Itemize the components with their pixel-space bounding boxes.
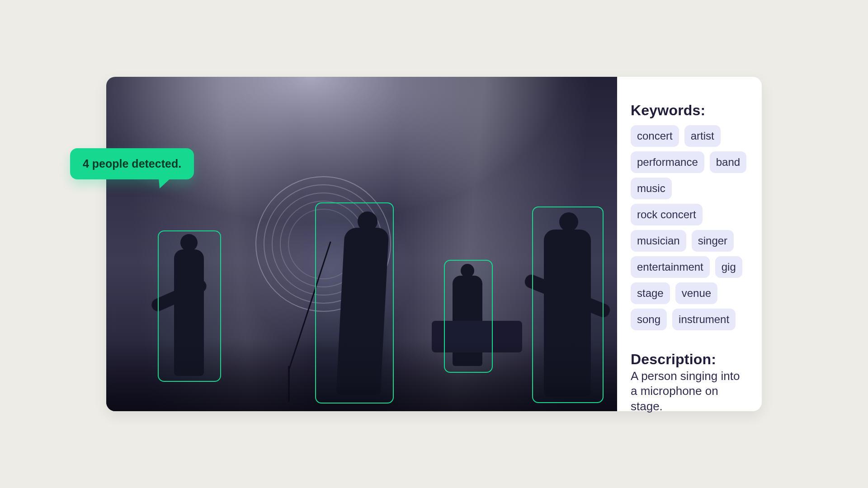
keyword-tag[interactable]: music xyxy=(631,178,672,199)
detection-box-1[interactable] xyxy=(158,230,221,382)
info-pane: Keywords: concert artist performance ban… xyxy=(617,77,762,411)
keyword-tag[interactable]: instrument xyxy=(672,309,736,330)
image-pane xyxy=(106,77,617,411)
keyword-tag[interactable]: band xyxy=(710,151,746,173)
keyword-tag[interactable]: entertainment xyxy=(631,256,710,278)
keyword-tag[interactable]: artist xyxy=(684,125,721,147)
description-text: A person singing into a microphone on st… xyxy=(631,369,744,414)
detection-box-2[interactable] xyxy=(315,202,394,404)
detection-box-3[interactable] xyxy=(444,260,493,373)
detection-box-4[interactable] xyxy=(532,206,604,403)
keywords-heading: Keywords: xyxy=(631,102,748,119)
keyword-tag[interactable]: venue xyxy=(675,282,717,304)
detection-callout-text: 4 people detected. xyxy=(83,157,181,170)
keyword-tag[interactable]: musician xyxy=(631,230,686,252)
keyword-tag[interactable]: gig xyxy=(715,256,742,278)
keyword-tag-list: concert artist performance band music ro… xyxy=(631,125,748,330)
keyword-tag[interactable]: stage xyxy=(631,282,670,304)
keyword-tag[interactable]: song xyxy=(631,309,667,330)
analysis-card: 4 people detected. Keywords: concert art… xyxy=(106,77,762,411)
keyword-tag[interactable]: singer xyxy=(692,230,734,252)
description-heading: Description: xyxy=(631,351,748,368)
keyword-tag[interactable]: performance xyxy=(631,151,704,173)
keyword-tag[interactable]: rock concert xyxy=(631,204,703,225)
detection-callout: 4 people detected. xyxy=(70,148,194,179)
keyword-tag[interactable]: concert xyxy=(631,125,679,147)
